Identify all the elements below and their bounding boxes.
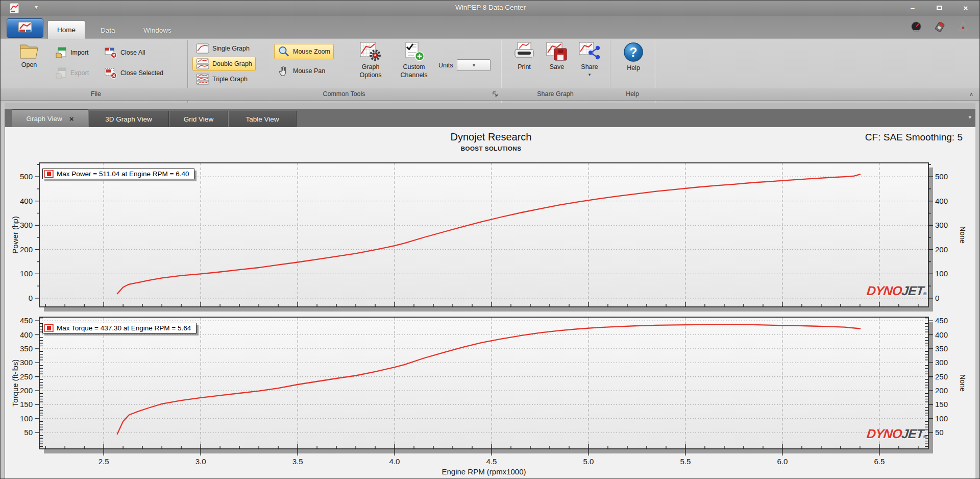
share-label: Share <box>581 63 598 71</box>
torque-chart: 2.53.03.54.04.55.05.56.06.55050100100150… <box>1 308 980 479</box>
application-button[interactable] <box>7 18 43 38</box>
correction-factor-label: CF: SAE Smoothing: 5 <box>865 132 963 143</box>
y-tick-label-right: 200 <box>935 245 948 254</box>
export-label: Export <box>70 69 89 77</box>
svg-text:?: ? <box>629 45 637 59</box>
help-button[interactable]: ? Help <box>617 39 650 73</box>
y-tick-label-right: 400 <box>935 330 948 339</box>
custom-channels-label: Custom Channels <box>391 63 436 79</box>
tab-home[interactable]: Home <box>47 20 85 39</box>
group-label-share-graph: Share Graph <box>501 90 610 98</box>
y-tick-label-right: 150 <box>935 400 948 409</box>
y-tick-label: 100 <box>20 414 33 423</box>
maximize-button[interactable] <box>932 3 947 13</box>
help-icon: ? <box>623 41 644 63</box>
triple-graph-label: Triple Graph <box>212 76 248 83</box>
plot-background <box>39 317 928 449</box>
mouse-zoom-label: Mouse Zoom <box>293 48 330 55</box>
emblem-triangle-icon[interactable] <box>957 21 969 33</box>
tab-graph-view[interactable]: Graph View × <box>12 109 88 127</box>
y-axis-label: Power (hp) <box>11 216 19 253</box>
save-button[interactable]: Save <box>542 39 572 71</box>
tab-3d-graph-view[interactable]: 3D Graph View <box>88 111 169 127</box>
x-tick-label: 4.5 <box>486 457 497 466</box>
triple-graph-icon <box>196 74 209 85</box>
y-tick-label: 100 <box>20 269 33 278</box>
single-graph-button[interactable]: Single Graph <box>192 41 253 56</box>
ribbon-collapse-icon[interactable]: ∧ <box>969 91 973 98</box>
share-button[interactable]: Share ▾ <box>573 39 606 78</box>
custom-channels-button[interactable]: Custom Channels <box>391 39 436 79</box>
close-selected-label: Close Selected <box>120 69 163 77</box>
group-label-file: File <box>5 90 187 98</box>
group-label-help: Help <box>610 90 655 98</box>
mouse-pan-button[interactable]: Mouse Pan <box>274 63 329 79</box>
import-csv-icon <box>55 46 67 59</box>
mouse-pan-hand-icon <box>278 65 290 77</box>
y-tick-label-right: 50 <box>935 428 944 437</box>
minimize-button[interactable]: – <box>905 3 920 13</box>
tab-windows[interactable]: Windows <box>134 22 181 39</box>
y-tick-label: 500 <box>20 172 33 181</box>
power-legend-text: Max Power = 511.04 at Engine RPM = 6.40 <box>57 170 189 178</box>
mouse-zoom-button[interactable]: Mouse Zoom <box>274 44 334 59</box>
y-tick-label: 400 <box>20 330 33 339</box>
torque-legend[interactable]: Max Torque = 437.30 at Engine RPM = 5.64 <box>42 323 197 333</box>
x-axis-label: Engine RPM (rpmx1000) <box>442 467 526 476</box>
close-all-button[interactable]: Close All <box>101 45 149 60</box>
print-icon <box>512 41 536 62</box>
y-tick-label-right: 0 <box>935 294 939 302</box>
close-button[interactable]: × <box>958 3 973 13</box>
double-graph-button[interactable]: Double Graph <box>192 57 256 71</box>
dynojet-watermark: DYNOJET® <box>834 283 927 298</box>
triple-graph-button[interactable]: Triple Graph <box>192 72 251 86</box>
y-tick-label: 400 <box>20 197 33 205</box>
common-tools-dialog-launcher-icon[interactable] <box>492 90 499 98</box>
save-icon <box>546 41 568 62</box>
tab-overflow-icon[interactable]: ▾ <box>968 114 971 121</box>
tab-close-icon[interactable]: × <box>69 114 74 123</box>
window-right-rail <box>975 103 979 478</box>
dynojet-watermark: DYNOJET® <box>834 426 927 441</box>
x-tick-label: 3.0 <box>195 457 206 466</box>
print-label: Print <box>518 63 531 71</box>
x-tick-label: 4.0 <box>389 457 400 466</box>
import-button[interactable]: Import <box>52 45 92 60</box>
app-window: ▾ WinPEP 8 Data Center – × Home Data Win… <box>0 0 980 479</box>
graph-options-button[interactable]: Graph Options <box>351 39 390 79</box>
share-dropdown-caret-icon[interactable]: ▾ <box>589 72 591 78</box>
torque-series-marker-icon <box>44 324 53 332</box>
tab-data[interactable]: Data <box>91 22 125 39</box>
y-tick-label: 350 <box>20 344 33 353</box>
graph-options-icon <box>359 41 382 62</box>
open-label: Open <box>21 61 37 69</box>
single-graph-icon <box>196 43 209 54</box>
gauge-icon[interactable] <box>910 21 922 33</box>
units-dropdown[interactable]: ▾ <box>457 59 491 71</box>
power-module-icon[interactable] <box>934 21 946 33</box>
import-label: Import <box>70 49 88 56</box>
power-series-marker-icon <box>44 170 53 178</box>
tab-table-view[interactable]: Table View <box>228 111 297 127</box>
y-tick-label: 450 <box>20 316 33 325</box>
y-tick-label-right: 200 <box>935 386 948 395</box>
print-button[interactable]: Print <box>508 39 541 71</box>
export-csv-icon <box>55 67 67 79</box>
window-title: WinPEP 8 Data Center <box>1 4 980 11</box>
power-legend[interactable]: Max Power = 511.04 at Engine RPM = 6.40 <box>42 169 194 179</box>
ribbon-group-labels: File Common Tools Share Graph Help ∧ <box>1 88 980 101</box>
close-selected-button[interactable]: Close Selected <box>101 65 167 81</box>
y-tick-label-right: 100 <box>935 414 948 423</box>
export-button[interactable]: Export <box>52 65 92 81</box>
window-left-rail <box>1 103 5 478</box>
open-button[interactable]: Open <box>9 40 50 69</box>
y-tick-label-right: 300 <box>935 221 948 229</box>
units-control: Units ▾ <box>438 59 491 71</box>
single-graph-label: Single Graph <box>212 45 250 52</box>
y-tick-label: 200 <box>20 245 33 254</box>
y-tick-label: 300 <box>20 358 33 367</box>
tab-graph-view-label: Graph View <box>26 115 62 123</box>
y-tick-label-right: 300 <box>935 358 948 367</box>
tab-grid-view[interactable]: Grid View <box>169 111 228 127</box>
graph-options-label: Graph Options <box>351 63 390 79</box>
